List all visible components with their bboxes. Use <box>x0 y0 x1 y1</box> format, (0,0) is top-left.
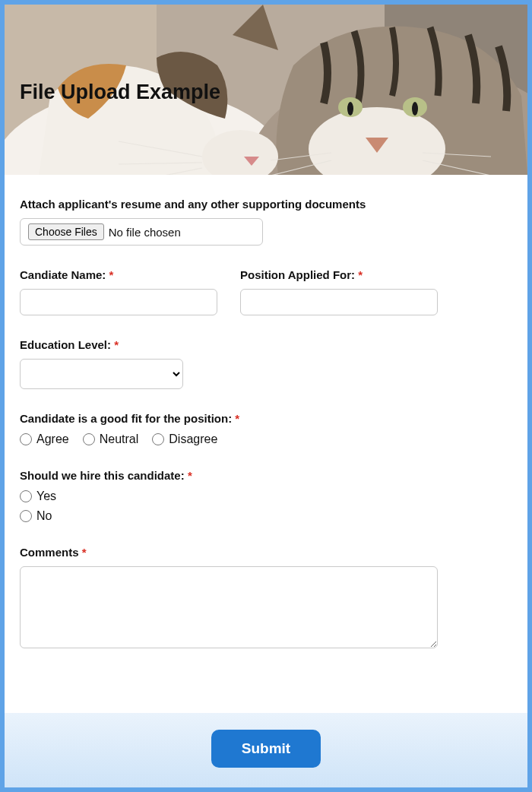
radio-yes[interactable] <box>20 490 32 502</box>
field-upload: Attach applicant's resume and any other … <box>20 198 512 246</box>
fit-option-agree[interactable]: Agree <box>20 432 69 446</box>
required-marker: * <box>358 268 363 281</box>
required-marker: * <box>114 338 119 351</box>
svg-point-7 <box>347 102 353 116</box>
form-footer: Submit <box>5 713 527 787</box>
header-banner: File Upload Example <box>5 5 527 175</box>
field-fit: Candidate is a good fit for the position… <box>20 412 512 446</box>
field-education: Education Level: * <box>20 338 512 389</box>
field-comments: Comments * <box>20 546 512 651</box>
page-title: File Upload Example <box>20 81 220 104</box>
comments-label: Comments * <box>20 546 512 559</box>
comments-textarea[interactable] <box>20 566 438 648</box>
upload-label: Attach applicant's resume and any other … <box>20 198 512 211</box>
education-label: Education Level: * <box>20 338 512 351</box>
required-marker: * <box>109 268 114 281</box>
submit-button[interactable]: Submit <box>211 730 321 768</box>
hire-option-no[interactable]: No <box>20 509 512 523</box>
file-status-text: No file chosen <box>109 226 181 239</box>
fit-label: Candidate is a good fit for the position… <box>20 412 512 425</box>
radio-agree[interactable] <box>20 433 32 445</box>
fit-option-neutral[interactable]: Neutral <box>83 432 139 446</box>
fit-option-disagree[interactable]: Disagree <box>152 432 217 446</box>
svg-point-9 <box>412 102 418 116</box>
candidate-name-input[interactable] <box>20 289 217 315</box>
radio-neutral[interactable] <box>83 433 95 445</box>
field-candidate-name: Candiate Name: * <box>20 268 217 315</box>
row-name-position: Candiate Name: * Position Applied For: * <box>20 268 512 315</box>
required-marker: * <box>188 469 192 482</box>
required-marker: * <box>82 546 87 559</box>
fit-options: Agree Neutral Disagree <box>20 432 512 446</box>
hire-label: Should we hire this candidate: * <box>20 469 512 482</box>
education-select[interactable] <box>20 359 183 389</box>
choose-files-button[interactable]: Choose Files <box>28 223 104 240</box>
hire-options: Yes No <box>20 489 512 523</box>
hire-option-yes[interactable]: Yes <box>20 489 512 503</box>
field-position: Position Applied For: * <box>240 268 438 315</box>
form-container: File Upload Example Attach applicant's r… <box>5 5 527 787</box>
form-body: Attach applicant's resume and any other … <box>5 175 527 713</box>
position-label: Position Applied For: * <box>240 268 438 281</box>
position-input[interactable] <box>240 289 438 315</box>
radio-no[interactable] <box>20 510 32 522</box>
field-hire: Should we hire this candidate: * Yes No <box>20 469 512 523</box>
radio-disagree[interactable] <box>152 433 164 445</box>
required-marker: * <box>235 412 239 425</box>
file-input-wrap[interactable]: Choose Files No file chosen <box>20 218 263 246</box>
candidate-name-label: Candiate Name: * <box>20 268 217 281</box>
